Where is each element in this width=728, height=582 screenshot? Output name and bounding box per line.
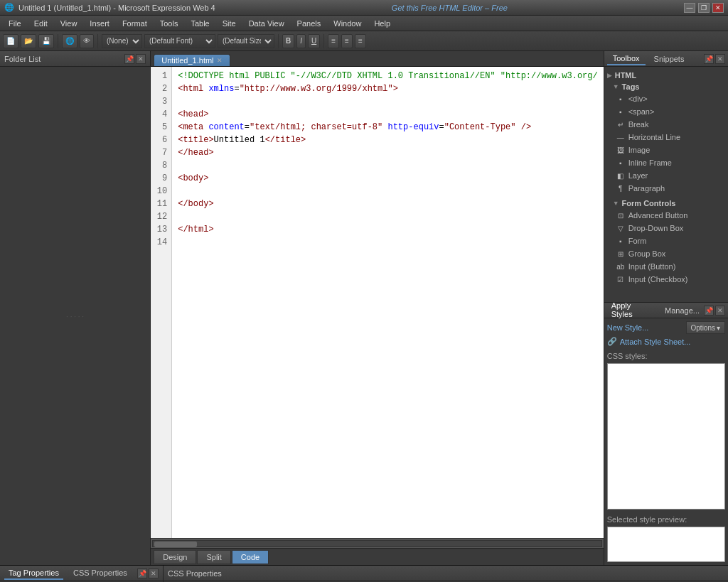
size-dropdown[interactable]: (Default Size) (218, 34, 274, 48)
toolbox-close[interactable]: ✕ (715, 54, 725, 64)
tag-item-paragraph[interactable]: ¶ Paragraph (604, 182, 728, 195)
split-tab[interactable]: Split (197, 550, 230, 564)
open-button[interactable]: 📂 (21, 34, 36, 48)
underline-button[interactable]: U (308, 34, 320, 48)
toolbox-tab-snippets[interactable]: Snippets (648, 53, 690, 65)
form-item-dropdown[interactable]: ▽ Drop-Down Box (604, 222, 728, 235)
hr-icon: — (616, 132, 626, 142)
css-styles-list[interactable] (607, 363, 725, 510)
style-preview (607, 527, 725, 562)
menu-item-site[interactable]: Site (217, 18, 242, 29)
code-content[interactable]: <!DOCTYPE html PUBLIC "-//W3C//DTD XHTML… (172, 67, 604, 538)
form-item-groupbox[interactable]: ⊞ Group Box (604, 247, 728, 260)
manage-tab[interactable]: Manage... (660, 305, 704, 316)
form-item-input-button[interactable]: ab Input (Button) (604, 260, 728, 273)
menu-item-view[interactable]: View (55, 18, 83, 29)
tag-item-span[interactable]: ▪ <span> (604, 105, 728, 118)
minimize-button[interactable]: — (684, 3, 695, 13)
code-line-12 (178, 210, 598, 223)
style-dropdown[interactable]: (None) (102, 34, 142, 48)
new-style-link[interactable]: New Style... (607, 323, 649, 332)
menu-item-table[interactable]: Table (185, 18, 215, 29)
options-button[interactable]: Options ▾ (686, 321, 725, 334)
dropdown-label: Drop-Down Box (628, 224, 684, 232)
paragraph-icon: ¶ (616, 183, 626, 193)
bold-button[interactable]: B (282, 34, 294, 48)
tag-props-header: Tag Properties CSS Properties 📌 ✕ (0, 566, 163, 581)
tag-item-layer[interactable]: ◧ Layer (604, 169, 728, 182)
form-item-advanced-button[interactable]: ⊡ Advanced Button (604, 209, 728, 222)
line-numbers: 12345 678910 11121314 (151, 67, 172, 538)
styles-content: New Style... Options ▾ 🔗 Attach Style Sh… (604, 318, 728, 565)
tab-close-icon[interactable]: ✕ (217, 57, 223, 64)
preview-button[interactable]: 👁 (80, 34, 94, 48)
menu-item-format[interactable]: Format (117, 18, 153, 29)
scroll-thumb[interactable] (154, 541, 197, 547)
tag-item-iframe[interactable]: ▪ Inline Frame (604, 156, 728, 169)
code-line-4: <head> (178, 108, 598, 121)
close-button[interactable]: ✕ (712, 3, 724, 13)
attach-style-row[interactable]: 🔗 Attach Style Sheet... (607, 337, 725, 346)
tag-break-label: Break (628, 120, 649, 129)
input-button-label: Input (Button) (628, 262, 676, 271)
italic-button[interactable]: I (296, 34, 306, 48)
form-item-input-checkbox[interactable]: ☑ Input (Checkbox) (604, 273, 728, 286)
styles-close[interactable]: ✕ (715, 306, 725, 316)
menu-item-tools[interactable]: Tools (154, 18, 184, 29)
title-bar: 🌐 Untitled 1 (Untitled_1.html) - Microso… (0, 0, 728, 16)
tag-props-close[interactable]: ✕ (149, 568, 159, 578)
tag-item-break[interactable]: ↵ Break (604, 118, 728, 131)
form-controls-arrow-icon: ▼ (613, 200, 619, 207)
menu-item-help[interactable]: Help (368, 18, 396, 29)
menu-item-panels[interactable]: Panels (291, 18, 327, 29)
apply-styles-tab[interactable]: Apply Styles (607, 300, 658, 321)
align-left-button[interactable]: ≡ (328, 34, 339, 48)
styles-pin[interactable]: 📌 (704, 306, 714, 316)
menu-item-edit[interactable]: Edit (28, 18, 53, 29)
horizontal-scrollbar[interactable] (151, 538, 604, 548)
window-controls: — ❐ ✕ (684, 3, 724, 13)
menu-item-data view[interactable]: Data View (243, 18, 290, 29)
tag-properties-tab[interactable]: Tag Properties (4, 567, 63, 580)
font-dropdown[interactable]: (Default Font) (144, 34, 215, 48)
toolbox-pin[interactable]: 📌 (704, 54, 714, 64)
code-editor[interactable]: 12345 678910 11121314 <!DOCTYPE html PUB… (151, 67, 604, 538)
publish-button[interactable]: 🌐 (62, 34, 77, 48)
tag-props-pin[interactable]: 📌 (137, 568, 147, 578)
tag-paragraph-label: Paragraph (628, 184, 665, 193)
editor-bottom-tabs: Design Split Code (151, 548, 604, 565)
code-line-6: <title>Untitled 1</title> (178, 134, 598, 146)
form-icon: ▪ (616, 236, 626, 246)
menu-item-file[interactable]: File (3, 18, 27, 29)
save-button[interactable]: 💾 (38, 34, 54, 48)
code-tab[interactable]: Code (232, 550, 269, 564)
design-tab[interactable]: Design (154, 550, 196, 564)
form-item-form[interactable]: ▪ Form (604, 235, 728, 247)
menu-item-insert[interactable]: Insert (84, 18, 115, 29)
css-styles-label: CSS styles: (607, 352, 725, 360)
app-icon: 🌐 (4, 3, 14, 12)
new-button[interactable]: 📄 (3, 34, 18, 48)
tags-section-header[interactable]: ▼ Tags (604, 81, 728, 92)
toolbar: 📄 📂 💾 🌐 👁 (None) (Default Font) (Default… (0, 31, 728, 51)
scroll-track[interactable] (152, 540, 602, 547)
folder-panel-close[interactable]: ✕ (136, 54, 146, 64)
tag-item-hr[interactable]: — Horizontal Line (604, 131, 728, 144)
toolbox-tab-toolbox[interactable]: Toolbox (607, 53, 646, 65)
editor-tab-main[interactable]: Untitled_1.html ✕ (154, 54, 230, 66)
form-controls-section-header[interactable]: ▼ Form Controls (604, 198, 728, 209)
css-properties-tab[interactable]: CSS Properties (69, 567, 132, 580)
restore-button[interactable]: ❐ (698, 3, 710, 13)
folder-panel-pin[interactable]: 📌 (124, 54, 134, 64)
align-center-button[interactable]: ≡ (341, 34, 353, 48)
align-right-button[interactable]: ≡ (355, 34, 366, 48)
form-controls-label: Form Controls (622, 199, 676, 208)
toolbar-sep-2 (97, 34, 98, 48)
menu-item-window[interactable]: Window (328, 18, 367, 29)
html-section-header[interactable]: ▶ HTML (604, 70, 728, 81)
span-icon: ▪ (616, 107, 626, 117)
title-promo: Get this Free HTML Editor – Free (392, 4, 508, 12)
tag-image-label: Image (628, 146, 651, 154)
tag-item-image[interactable]: 🖼 Image (604, 144, 728, 156)
tag-item-div[interactable]: ▪ <div> (604, 92, 728, 105)
